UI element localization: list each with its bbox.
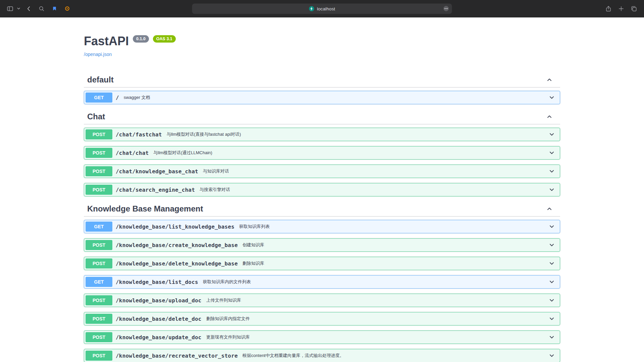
operation-row[interactable]: GET /knowledge_base/list_knowledge_bases… xyxy=(84,220,560,233)
swagger-page: FastAPI 0.1.0 OAS 3.1 /openapi.json defa… xyxy=(0,17,644,362)
expand-operation-button[interactable] xyxy=(545,334,558,341)
operation-description: 更新现有文件到知识库 xyxy=(206,334,545,340)
http-method-badge: GET xyxy=(86,222,112,232)
url-text: localhost xyxy=(317,6,335,11)
operation-description: 获取知识库内的文件列表 xyxy=(203,279,545,285)
new-tab-button[interactable] xyxy=(616,3,627,14)
address-bar[interactable]: localhost xyxy=(192,3,452,14)
site-favicon-icon xyxy=(309,6,315,11)
operation-row[interactable]: POST /chat/fastchat 与llm模型对话(直接与fastchat… xyxy=(84,128,560,141)
operation-row[interactable]: POST /knowledge_base/recreate_vector_sto… xyxy=(84,349,560,362)
http-method-badge: POST xyxy=(86,129,112,139)
http-method-badge: POST xyxy=(86,258,112,268)
operation-row[interactable]: GET / swagger 文档 xyxy=(84,91,560,104)
chevron-down-icon xyxy=(548,352,555,359)
operation-path: /knowledge_base/update_doc xyxy=(116,334,202,341)
operation-row[interactable]: POST /knowledge_base/update_doc 更新现有文件到知… xyxy=(84,330,560,344)
chevron-left-icon xyxy=(25,5,32,12)
expand-operation-button[interactable] xyxy=(545,260,558,267)
share-icon xyxy=(605,5,612,12)
http-method-badge: POST xyxy=(86,240,112,250)
expand-operation-button[interactable] xyxy=(545,149,558,156)
operation-description: 与llm模型对话(直接与fastchat api对话) xyxy=(167,131,545,137)
section-header[interactable]: default xyxy=(84,72,560,87)
operation-path: /chat/chat xyxy=(116,150,149,156)
operation-row[interactable]: POST /knowledge_base/create_knowledge_ba… xyxy=(84,238,560,252)
operation-row[interactable]: GET /knowledge_base/list_docs 获取知识库内的文件列… xyxy=(84,275,560,289)
api-info: FastAPI 0.1.0 OAS 3.1 /openapi.json xyxy=(84,17,560,57)
operation-path: / xyxy=(116,95,119,101)
section-operations: POST /chat/fastchat 与llm模型对话(直接与fastchat… xyxy=(84,128,560,196)
toolbar-right-group xyxy=(603,3,639,14)
back-button[interactable] xyxy=(23,3,34,14)
operation-path: /chat/knowledge_base_chat xyxy=(116,168,198,175)
operation-path: /knowledge_base/create_knowledge_base xyxy=(116,242,238,248)
sidebar-chevron-button[interactable] xyxy=(15,3,21,14)
chevron-down-icon xyxy=(548,149,555,156)
http-method-badge: POST xyxy=(86,332,112,342)
operation-description: 创建知识库 xyxy=(243,242,545,248)
collapse-section-button[interactable] xyxy=(545,76,553,84)
tab-overview-button[interactable] xyxy=(629,3,639,14)
collapse-section-button[interactable] xyxy=(545,205,553,213)
operation-row[interactable]: POST /chat/knowledge_base_chat 与知识库对话 xyxy=(84,165,560,178)
api-version-badge: 0.1.0 xyxy=(133,35,149,43)
expand-operation-button[interactable] xyxy=(545,279,558,285)
operation-path: /knowledge_base/delete_doc xyxy=(116,316,202,322)
pinned-site-orange-button[interactable] xyxy=(62,3,72,14)
chevron-down-icon xyxy=(548,260,555,267)
expand-operation-button[interactable] xyxy=(545,131,558,138)
section-title: default xyxy=(87,76,114,84)
operation-path: /knowledge_base/recreate_vector_store xyxy=(116,353,238,359)
pinned-site-blue-button[interactable] xyxy=(49,3,60,14)
expand-operation-button[interactable] xyxy=(545,168,558,175)
http-method-badge: GET xyxy=(86,93,112,103)
operation-row[interactable]: POST /chat/chat 与llm模型对话(通过LLMChain) xyxy=(84,146,560,160)
http-method-badge: GET xyxy=(86,277,112,287)
chevron-up-icon xyxy=(546,205,553,212)
chevron-down-icon xyxy=(548,315,555,322)
api-title: FastAPI 0.1.0 OAS 3.1 xyxy=(84,34,560,48)
http-method-badge: POST xyxy=(86,295,112,305)
operation-description: 删除知识库 xyxy=(243,260,545,266)
section-title: Knowledge Base Management xyxy=(87,205,203,213)
sidebar-toggle-button[interactable] xyxy=(5,3,15,14)
operation-path: /chat/search_engine_chat xyxy=(116,187,195,193)
expand-operation-button[interactable] xyxy=(545,352,558,359)
operation-row[interactable]: POST /knowledge_base/delete_knowledge_ba… xyxy=(84,257,560,270)
section-header[interactable]: Knowledge Base Management xyxy=(84,201,560,217)
expand-operation-button[interactable] xyxy=(545,242,558,248)
operation-path: /knowledge_base/list_docs xyxy=(116,279,198,285)
section-operations: GET / swagger 文档 xyxy=(84,91,560,104)
operation-row[interactable]: POST /knowledge_base/delete_doc 删除知识库内指定… xyxy=(84,312,560,325)
api-title-text: FastAPI xyxy=(84,34,129,48)
operation-description: 根据content中文档重建向量库，流式输出处理进度。 xyxy=(243,353,545,359)
http-method-badge: POST xyxy=(86,314,112,324)
openapi-spec-link[interactable]: /openapi.json xyxy=(84,52,112,57)
chevron-up-icon xyxy=(546,76,553,83)
chevron-down-icon xyxy=(548,242,555,248)
section-header[interactable]: Chat xyxy=(84,109,560,124)
collapse-section-button[interactable] xyxy=(545,113,553,121)
share-button[interactable] xyxy=(603,3,614,14)
expand-operation-button[interactable] xyxy=(545,223,558,230)
chevron-down-icon xyxy=(548,279,555,285)
expand-operation-button[interactable] xyxy=(545,186,558,193)
operation-path: /knowledge_base/upload_doc xyxy=(116,297,202,304)
api-sections: default GET / swagger 文档 Chat xyxy=(84,72,560,362)
operation-description: 与知识库对话 xyxy=(203,168,545,174)
operation-description: 上传文件到知识库 xyxy=(206,297,545,303)
operation-row[interactable]: POST /knowledge_base/upload_doc 上传文件到知识库 xyxy=(84,294,560,307)
expand-operation-button[interactable] xyxy=(545,315,558,322)
search-button[interactable] xyxy=(36,3,47,14)
chevron-down-icon xyxy=(548,94,555,101)
operation-row[interactable]: POST /chat/search_engine_chat 与搜索引擎对话 xyxy=(84,183,560,196)
chevron-down-icon xyxy=(548,131,555,138)
orange-ring-icon xyxy=(64,6,70,11)
expand-operation-button[interactable] xyxy=(545,297,558,304)
expand-operation-button[interactable] xyxy=(545,94,558,101)
chevron-down-icon xyxy=(548,186,555,193)
operation-description: 与搜索引擎对话 xyxy=(200,187,545,193)
page-menu-button[interactable] xyxy=(443,5,449,12)
api-section: Knowledge Base Management GET /knowledge… xyxy=(84,201,560,362)
